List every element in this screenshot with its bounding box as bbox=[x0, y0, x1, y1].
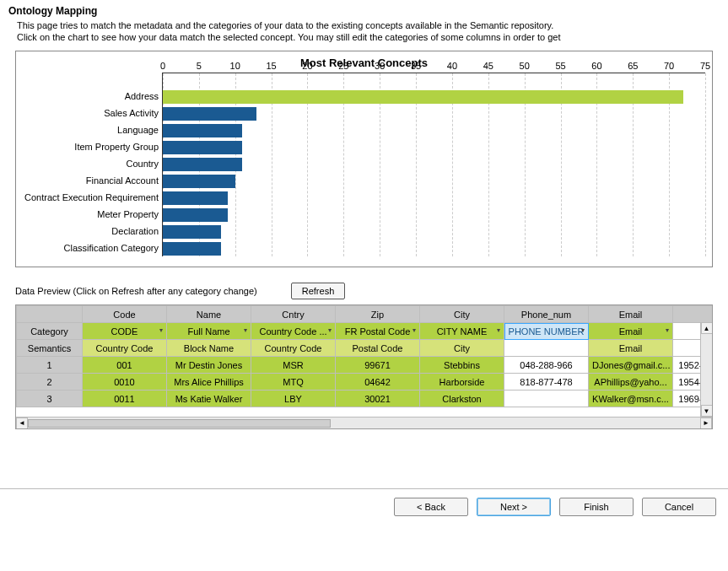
category-dropdown[interactable]: Email bbox=[589, 323, 673, 340]
chart-bar[interactable] bbox=[163, 141, 242, 154]
chart-x-tick: 75 bbox=[700, 61, 710, 71]
data-cell[interactable]: 818-877-478 bbox=[504, 374, 589, 391]
chart-x-tick: 15 bbox=[266, 61, 276, 71]
chart-y-label: Declaration bbox=[23, 223, 162, 240]
scroll-up-icon[interactable]: ▲ bbox=[701, 322, 713, 334]
data-cell[interactable]: APhillips@yaho... bbox=[589, 374, 673, 391]
scroll-down-icon[interactable]: ▼ bbox=[701, 405, 713, 417]
chart-bar[interactable] bbox=[163, 124, 242, 137]
cancel-button[interactable]: Cancel bbox=[642, 498, 716, 516]
data-cell[interactable]: 30021 bbox=[336, 391, 420, 407]
column-header[interactable]: Email bbox=[589, 306, 673, 323]
chart-x-tick: 50 bbox=[520, 61, 530, 71]
category-row-header: Category bbox=[17, 323, 83, 340]
semantics-cell[interactable]: City bbox=[420, 340, 504, 357]
category-dropdown[interactable]: FR Postal Code bbox=[336, 323, 420, 340]
data-cell[interactable]: Ms Katie Walker bbox=[167, 391, 251, 407]
row-number: 2 bbox=[17, 374, 83, 391]
chart-y-label: Address bbox=[23, 88, 162, 105]
data-cell[interactable]: 0010 bbox=[83, 374, 167, 391]
category-dropdown[interactable]: Country Code ... bbox=[251, 323, 336, 340]
chart-x-tick: 65 bbox=[628, 61, 638, 71]
chart-bar[interactable] bbox=[163, 208, 228, 222]
row-number: 1 bbox=[17, 357, 83, 374]
chart-x-tick: 45 bbox=[483, 61, 493, 71]
page-desc-2: Click on the chart to see how your data … bbox=[17, 32, 720, 42]
wizard-footer: < Back Next > Finish Cancel bbox=[0, 489, 728, 525]
chart-container: Most Relevant Concepts AddressSales Acti… bbox=[15, 51, 713, 267]
vertical-scrollbar[interactable]: ▲ ▼ bbox=[700, 322, 712, 417]
data-cell[interactable]: Stebbins bbox=[420, 357, 504, 374]
chart-x-tick: 10 bbox=[230, 61, 240, 71]
chart-bar[interactable] bbox=[163, 90, 683, 104]
chart-x-tick: 0 bbox=[160, 61, 165, 71]
semantics-cell[interactable]: Country Code bbox=[251, 340, 336, 357]
semantics-cell[interactable]: Postal Code bbox=[336, 340, 420, 357]
page-desc-1: This page tries to match the metadata an… bbox=[17, 20, 720, 30]
chart-y-label: Country bbox=[23, 155, 162, 172]
category-dropdown[interactable]: PHONE NUMBER bbox=[504, 323, 589, 340]
column-header[interactable]: Code bbox=[83, 306, 167, 323]
semantics-cell[interactable]: Email bbox=[589, 340, 673, 357]
data-cell[interactable]: KWalker@msn.c... bbox=[589, 391, 673, 407]
data-cell[interactable] bbox=[504, 391, 589, 407]
category-dropdown[interactable]: CODE bbox=[83, 323, 167, 340]
category-dropdown[interactable]: Full Name bbox=[167, 323, 251, 340]
data-cell[interactable]: 0011 bbox=[83, 391, 167, 407]
chart-x-tick: 35 bbox=[411, 61, 421, 71]
horizontal-scrollbar[interactable]: ◄ ► bbox=[16, 417, 712, 428]
column-header[interactable]: Cntry bbox=[251, 306, 336, 323]
data-cell[interactable]: Harborside bbox=[420, 374, 504, 391]
chart-bar[interactable] bbox=[163, 158, 242, 171]
data-cell[interactable]: Mrs Alice Phillips bbox=[167, 374, 251, 391]
data-cell[interactable]: Clarkston bbox=[420, 391, 504, 407]
data-cell[interactable]: DJones@gmail.c... bbox=[589, 357, 673, 374]
column-header[interactable]: Phone_num bbox=[504, 306, 589, 323]
semantics-cell[interactable]: Country Code bbox=[83, 340, 167, 357]
data-cell[interactable]: Mr Destin Jones bbox=[167, 357, 251, 374]
data-table: CodeNameCntryZipCityPhone_numEmailCatego… bbox=[15, 304, 713, 429]
semantics-cell[interactable] bbox=[504, 340, 589, 357]
back-button[interactable]: < Back bbox=[394, 498, 468, 516]
scroll-right-icon[interactable]: ► bbox=[700, 417, 712, 429]
semantics-cell[interactable]: Block Name bbox=[167, 340, 251, 357]
scroll-thumb[interactable] bbox=[28, 419, 331, 428]
column-header[interactable]: Zip bbox=[336, 306, 420, 323]
chart-x-tick: 25 bbox=[338, 61, 348, 71]
refresh-button[interactable]: Refresh bbox=[291, 283, 346, 299]
preview-label: Data Preview (Click on Refresh after any… bbox=[15, 286, 257, 296]
next-button[interactable]: Next > bbox=[477, 498, 551, 516]
chart-bar[interactable] bbox=[163, 242, 221, 256]
row-number: 3 bbox=[17, 391, 83, 407]
data-cell[interactable]: 001 bbox=[83, 357, 167, 374]
chart-y-label: Contract Execution Requirement bbox=[23, 189, 162, 206]
chart-x-tick: 70 bbox=[664, 61, 674, 71]
chart-x-tick: 60 bbox=[591, 61, 601, 71]
chart-bar[interactable] bbox=[163, 191, 228, 205]
finish-button[interactable]: Finish bbox=[559, 498, 634, 516]
data-cell[interactable]: MSR bbox=[251, 357, 336, 374]
chart-bar[interactable] bbox=[163, 175, 235, 188]
semantics-row-header: Semantics bbox=[17, 340, 83, 357]
chart-plot[interactable]: 051015202530354045505560657075 bbox=[162, 73, 705, 256]
data-cell[interactable]: 99671 bbox=[336, 357, 420, 374]
chart-bar[interactable] bbox=[163, 107, 256, 121]
chart-y-label: Meter Property bbox=[23, 206, 162, 223]
chart-y-label: Language bbox=[23, 121, 162, 138]
chart-x-tick: 40 bbox=[447, 61, 457, 71]
data-cell[interactable]: LBY bbox=[251, 391, 336, 407]
chart-y-label: Classification Category bbox=[23, 240, 162, 256]
chart-x-tick: 20 bbox=[302, 61, 312, 71]
chart-bar[interactable] bbox=[163, 225, 221, 239]
chart-y-label: Item Property Group bbox=[23, 138, 162, 155]
data-cell[interactable]: 048-288-966 bbox=[504, 357, 589, 374]
chart-x-tick: 55 bbox=[555, 61, 565, 71]
scroll-left-icon[interactable]: ◄ bbox=[16, 417, 28, 429]
data-cell[interactable]: 04642 bbox=[336, 374, 420, 391]
chart-x-tick: 5 bbox=[197, 61, 202, 71]
data-cell[interactable]: MTQ bbox=[251, 374, 336, 391]
chart-y-label: Sales Activity bbox=[23, 105, 162, 121]
column-header[interactable]: City bbox=[420, 306, 504, 323]
category-dropdown[interactable]: CITY NAME bbox=[420, 323, 504, 340]
column-header[interactable]: Name bbox=[167, 306, 251, 323]
